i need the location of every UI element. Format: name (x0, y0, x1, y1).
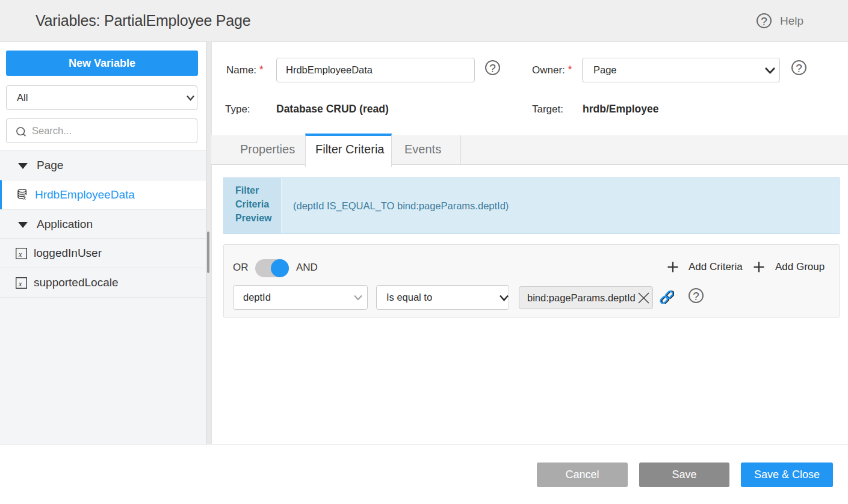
svg-text:x: x (22, 194, 26, 201)
svg-text:x: x (18, 280, 22, 288)
svg-text:x: x (18, 250, 22, 259)
